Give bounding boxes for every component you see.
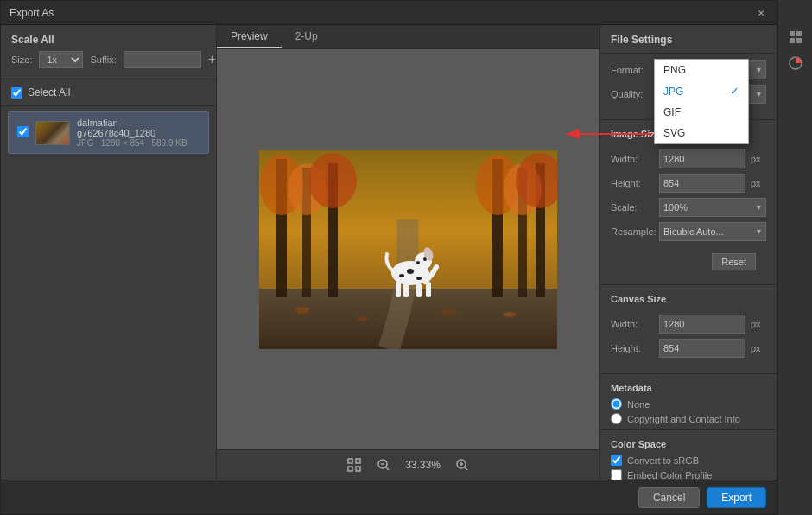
resample-row: Resample: Bicubic Auto... Bicubic Biline… [611, 222, 766, 241]
image-size-section: Width: px Height: px Scale: 100% 50% [600, 143, 777, 253]
select-all-checkbox[interactable] [11, 87, 22, 99]
select-all-row: Select All [1, 79, 216, 106]
file-dimensions: 1280 × 854 [101, 138, 144, 148]
image-width-input[interactable] [659, 149, 745, 168]
add-scale-button[interactable]: + [208, 52, 216, 67]
convert-srgb-checkbox[interactable] [611, 455, 622, 466]
canvas-size-heading: Canvas Size [600, 289, 777, 308]
preview-image [259, 150, 557, 349]
dropdown-item-svg[interactable]: SVG [655, 123, 748, 143]
canvas-height-unit: px [751, 343, 766, 353]
dropdown-item-jpg[interactable]: JPG ✓ [655, 80, 748, 102]
canvas-width-label: Width: [611, 319, 654, 329]
size-select[interactable]: 1x 0.5x 1.5x 2x [39, 51, 83, 68]
zoom-in-icon [455, 458, 469, 472]
zoom-in-button[interactable] [453, 455, 472, 474]
embed-profile-label[interactable]: Embed Color Profile [627, 470, 712, 480]
file-checkbox[interactable] [17, 126, 29, 140]
suffix-label: Suffix: [90, 54, 116, 65]
format-label: Format: [611, 65, 654, 75]
svg-rect-44 [796, 31, 802, 36]
svg-line-40 [465, 467, 467, 470]
svg-rect-43 [790, 31, 795, 36]
convert-srgb-label[interactable]: Convert to sRGB [627, 455, 699, 466]
metadata-none-row: None [600, 397, 777, 411]
file-settings-title: File Settings [600, 25, 777, 54]
image-height-input[interactable] [659, 174, 745, 193]
svg-point-14 [295, 307, 309, 314]
canvas-width-input[interactable] [659, 315, 745, 334]
metadata-copyright-radio[interactable] [611, 413, 622, 424]
svg-rect-33 [356, 467, 360, 471]
dropdown-item-gif[interactable]: GIF [655, 102, 748, 123]
suffix-input[interactable] [124, 51, 201, 68]
cancel-button[interactable]: Cancel [638, 487, 700, 508]
svg-rect-20 [396, 282, 401, 297]
sidebar-color-icon[interactable] [780, 50, 811, 73]
svg-rect-23 [426, 282, 431, 297]
svg-rect-46 [796, 38, 802, 43]
sidebar-libraries-icon[interactable] [780, 26, 811, 48]
image-height-unit: px [751, 178, 766, 188]
export-button[interactable]: Export [707, 487, 766, 508]
image-height-label: Height: [611, 178, 654, 188]
image-width-row: Width: px [611, 149, 766, 168]
left-panel: Scale All Size: 1x 0.5x 1.5x 2x Suffix: … [1, 25, 217, 480]
file-format: JPG [77, 138, 93, 148]
close-button[interactable]: × [754, 6, 768, 20]
resample-label: Resample: [611, 226, 654, 237]
scale-select-settings[interactable]: 100% 50% 200% [659, 198, 766, 217]
svg-rect-21 [403, 283, 409, 297]
format-dropdown: PNG JPG ✓ GIF SVG [654, 59, 749, 144]
preview-svg [259, 150, 557, 349]
divider-4 [600, 429, 777, 430]
tab-preview[interactable]: Preview [217, 25, 282, 48]
image-width-unit: px [751, 154, 766, 164]
file-thumbnail [35, 121, 70, 145]
quality-label: Quality: [611, 89, 654, 99]
select-all-label[interactable]: Select All [28, 86, 70, 99]
scale-section: Scale All Size: 1x 0.5x 1.5x 2x Suffix: … [1, 25, 216, 79]
file-name: dalmatian-g762678c40_1280 [77, 118, 200, 138]
metadata-heading: Metadata [600, 378, 777, 397]
svg-rect-22 [416, 283, 422, 297]
title-bar: Export As × [1, 1, 777, 25]
canvas-height-input[interactable] [659, 339, 745, 358]
checkmark-icon: ✓ [730, 85, 739, 98]
divider-2 [600, 284, 777, 285]
svg-point-15 [504, 312, 516, 317]
svg-rect-31 [356, 459, 360, 463]
svg-point-24 [407, 269, 414, 274]
preview-tabs: Preview 2-Up [217, 25, 599, 49]
zoom-level: 33.33% [403, 459, 442, 471]
metadata-none-radio[interactable] [611, 398, 622, 410]
image-width-label: Width: [611, 154, 654, 164]
svg-point-10 [308, 153, 357, 208]
svg-rect-32 [348, 467, 352, 471]
right-sidebar [777, 0, 812, 515]
metadata-copyright-label[interactable]: Copyright and Contact Info [627, 414, 740, 424]
metadata-copyright-row: Copyright and Contact Info [600, 411, 777, 426]
fit-screen-button[interactable] [345, 455, 364, 474]
svg-line-36 [386, 467, 389, 470]
svg-point-17 [441, 309, 457, 316]
canvas-width-row: Width: px [611, 315, 766, 334]
convert-srgb-row: Convert to sRGB [600, 453, 777, 467]
reset-button[interactable]: Reset [712, 253, 756, 270]
resample-select[interactable]: Bicubic Auto... Bicubic Bilinear [659, 222, 766, 241]
metadata-none-label[interactable]: None [627, 399, 650, 410]
embed-profile-checkbox[interactable] [611, 469, 622, 480]
svg-point-28 [416, 261, 420, 264]
tab-2up[interactable]: 2-Up [282, 25, 332, 48]
svg-point-25 [416, 277, 422, 280]
svg-rect-45 [790, 38, 795, 43]
canvas-width-unit: px [751, 319, 766, 329]
zoom-out-icon [377, 458, 390, 472]
dropdown-item-png[interactable]: PNG [655, 60, 748, 80]
zoom-out-button[interactable] [374, 455, 393, 474]
embed-profile-row: Embed Color Profile [600, 467, 777, 480]
svg-point-16 [358, 316, 368, 321]
scale-select-wrapper: 100% 50% 200% ▼ [659, 198, 766, 217]
canvas-height-label: Height: [611, 343, 654, 353]
file-meta: JPG 1280 × 854 589.9 KB [77, 138, 200, 148]
